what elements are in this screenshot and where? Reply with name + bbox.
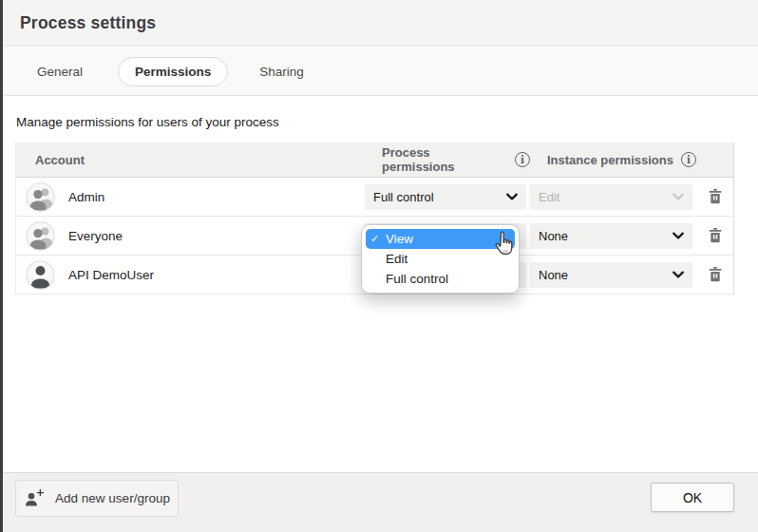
chevron-down-icon (673, 193, 684, 200)
account-cell: Everyone (16, 221, 365, 251)
check-icon: ✓ (370, 253, 386, 265)
trash-icon (709, 267, 722, 282)
dropdown-option-view[interactable]: ✓ View (366, 229, 515, 249)
dropdown-option-label: View (386, 232, 413, 246)
tab-sharing[interactable]: Sharing (259, 57, 304, 86)
group-avatar-icon (26, 221, 55, 251)
intro-text: Manage permissions for users of your pro… (16, 115, 279, 129)
add-person-icon (24, 489, 45, 507)
instance-permission-select[interactable]: None (530, 262, 692, 288)
select-value: Full control (373, 190, 506, 204)
dropdown-option-label: Edit (386, 252, 407, 266)
account-cell: API DemoUser (16, 260, 365, 290)
select-value: Edit (539, 190, 673, 204)
permission-dropdown-menu: ✓ View ✓ Edit ✓ Full control (361, 224, 520, 294)
dialog-title: Process settings (20, 13, 156, 33)
user-avatar-icon (26, 260, 55, 290)
column-header-instance-label: Instance permissions (547, 153, 673, 167)
process-permission-select[interactable]: Full control (365, 184, 526, 210)
account-cell: Admin (16, 182, 365, 212)
instance-permission-cell: None (530, 223, 696, 249)
actions-cell (696, 186, 733, 207)
instance-permission-select[interactable]: None (530, 223, 692, 249)
tab-general[interactable]: General (37, 57, 83, 86)
ok-button[interactable]: OK (651, 483, 734, 512)
check-icon: ✓ (370, 233, 386, 245)
instance-permission-cell: None (530, 262, 696, 288)
tab-bar: General Permissions Sharing (3, 48, 758, 96)
instance-permission-cell: Edit (530, 184, 696, 210)
tab-permissions[interactable]: Permissions (118, 57, 228, 86)
actions-cell (696, 225, 733, 246)
account-name: API DemoUser (68, 268, 154, 282)
delete-user-button[interactable] (706, 186, 725, 207)
column-header-process: Process permissions i (365, 145, 530, 174)
delete-user-button[interactable] (706, 225, 725, 246)
chevron-down-icon (673, 271, 684, 278)
add-user-group-label: Add new user/group (55, 491, 170, 505)
account-name: Admin (68, 190, 104, 204)
check-icon: ✓ (370, 273, 386, 285)
table-row: Admin Full control Edit (16, 178, 733, 217)
process-permission-cell: Full control (365, 184, 530, 210)
select-value: None (539, 229, 673, 243)
trash-icon (709, 189, 722, 204)
table-header-row: Account Process permissions i Instance p… (16, 142, 733, 178)
dialog-titlebar: Process settings (3, 0, 758, 47)
info-icon[interactable]: i (515, 152, 530, 167)
select-value: None (539, 268, 673, 282)
chevron-down-icon (506, 193, 518, 200)
add-user-group-button[interactable]: Add new user/group (15, 480, 179, 517)
dropdown-option-full-control[interactable]: ✓ Full control (366, 269, 515, 289)
instance-permission-select: Edit (530, 184, 692, 210)
info-icon[interactable]: i (681, 152, 696, 167)
actions-cell (696, 264, 733, 285)
chevron-down-icon (673, 232, 684, 239)
dropdown-option-edit[interactable]: ✓ Edit (366, 249, 515, 269)
column-header-process-label: Process permissions (382, 145, 502, 174)
trash-icon (709, 228, 722, 243)
dialog-footer: Add new user/group OK (3, 472, 758, 532)
column-header-account: Account (16, 153, 365, 167)
dropdown-option-label: Full control (386, 272, 448, 286)
delete-user-button[interactable] (706, 264, 725, 285)
column-header-instance: Instance permissions i (530, 152, 696, 167)
account-name: Everyone (68, 229, 123, 243)
process-settings-dialog: Process settings General Permissions Sha… (0, 0, 758, 532)
group-avatar-icon (26, 182, 55, 212)
